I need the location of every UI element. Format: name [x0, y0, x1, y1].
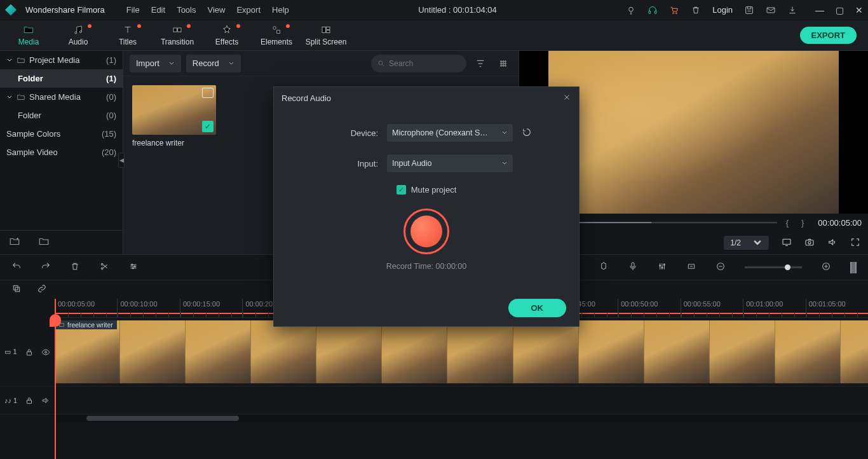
track-head[interactable]: ▭ 1 [0, 318, 55, 386]
adjust-icon[interactable] [128, 261, 139, 273]
mute-project-checkbox[interactable]: ✓ Mute project [397, 185, 457, 195]
tab-audio[interactable]: Audio [53, 20, 103, 51]
svg-point-22 [505, 63, 506, 64]
sidebar-item-folder-2[interactable]: Folder(0) [0, 106, 123, 125]
sidebar-item-project-media[interactable]: Project Media(1) [0, 51, 123, 69]
svg-point-45 [44, 351, 46, 353]
svg-rect-15 [327, 31, 330, 33]
record-dropdown[interactable]: Record [186, 55, 241, 72]
sidebar-label: Project Media [29, 55, 79, 65]
close-button[interactable]: ✕ [855, 5, 863, 15]
mail-icon[interactable] [766, 5, 776, 15]
redo-icon[interactable] [41, 261, 51, 273]
delete-icon[interactable] [70, 261, 80, 273]
fullscreen-icon[interactable] [850, 237, 860, 249]
tab-elements[interactable]: Elements [252, 20, 301, 51]
menu-edit[interactable]: Edit [151, 5, 165, 15]
clip-label: freelance writer [132, 139, 216, 147]
app-name: Wondershare Filmora [25, 5, 105, 15]
tab-titles[interactable]: Titles [103, 20, 153, 51]
eye-icon[interactable] [41, 348, 50, 357]
new-folder-icon[interactable] [9, 236, 20, 249]
minimize-button[interactable]: — [815, 5, 824, 15]
ok-button[interactable]: OK [508, 299, 567, 317]
copy-tracks-icon[interactable] [11, 284, 22, 296]
tab-split-screen[interactable]: Split Screen [301, 20, 351, 51]
media-sidebar: Project Media(1) Folder(1) Shared Media(… [0, 51, 123, 254]
zoom-select[interactable]: 1/2 [724, 236, 769, 250]
maximize-button[interactable]: ▢ [836, 5, 844, 15]
cart-icon[interactable] [669, 5, 679, 15]
input-select[interactable]: Input Audio [387, 154, 513, 172]
tab-media[interactable]: Media [4, 20, 53, 51]
svg-point-24 [503, 65, 504, 66]
record-button[interactable] [403, 209, 449, 254]
tab-transition[interactable]: Transition [153, 20, 202, 51]
login-link[interactable]: Login [712, 5, 733, 15]
zoom-out-icon[interactable] [715, 261, 726, 273]
filter-icon[interactable] [471, 55, 489, 72]
playhead[interactable] [55, 299, 56, 459]
track-body[interactable] [55, 387, 868, 414]
sidebar-item-shared-media[interactable]: Shared Media(0) [0, 88, 123, 106]
grid-view-icon[interactable] [494, 55, 512, 72]
mark-out-icon[interactable]: } [797, 218, 808, 228]
track-body[interactable]: freelance writer [55, 318, 868, 386]
menu-tools[interactable]: Tools [177, 5, 196, 15]
zoom-fit-icon[interactable] [850, 262, 857, 273]
menu-view[interactable]: View [207, 5, 225, 15]
media-clip[interactable]: ✓ freelance writer [132, 85, 216, 147]
svg-point-20 [501, 63, 502, 64]
lock-icon[interactable] [25, 348, 34, 357]
device-label: Device: [321, 128, 378, 138]
preview-video[interactable] [548, 51, 839, 214]
undo-icon[interactable] [11, 261, 22, 273]
marker-icon[interactable] [599, 261, 609, 273]
link-icon[interactable] [37, 284, 47, 296]
track-head[interactable]: ♪♪ 1 [0, 387, 55, 414]
tab-effects[interactable]: Effects [202, 20, 252, 51]
keyframe-icon[interactable] [686, 261, 696, 273]
svg-point-25 [505, 65, 506, 66]
device-select[interactable]: Microphone (Conexant SmartAu [387, 124, 513, 142]
display-icon[interactable] [782, 237, 792, 249]
lock-icon[interactable] [25, 396, 34, 405]
trash-icon[interactable] [691, 5, 701, 15]
menu-help[interactable]: Help [272, 5, 289, 15]
headphones-icon[interactable] [648, 5, 658, 15]
speaker-icon[interactable] [41, 396, 50, 405]
document-title: Untitled : 00:01:04:04 [298, 5, 617, 15]
chevron-down-icon [501, 130, 508, 136]
sidebar-item-folder[interactable]: Folder(1) [0, 69, 123, 88]
sidebar-item-sample-colors[interactable]: Sample Colors(15) [0, 125, 123, 143]
audio-mixer-icon[interactable] [657, 261, 667, 273]
import-dropdown[interactable]: Import [130, 55, 181, 72]
lightbulb-icon[interactable] [626, 5, 636, 15]
volume-icon[interactable] [827, 237, 837, 249]
mark-in-icon[interactable]: { [782, 218, 792, 228]
save-icon[interactable] [744, 5, 754, 15]
zoom-slider[interactable] [745, 266, 802, 268]
video-clip[interactable]: freelance writer [55, 320, 868, 383]
zoom-in-icon[interactable] [821, 261, 831, 273]
clip-thumbnail: ✓ [132, 85, 216, 135]
split-icon[interactable] [99, 261, 109, 273]
svg-point-16 [379, 60, 383, 64]
reset-device-icon[interactable] [522, 127, 532, 139]
badge-dot-icon [187, 24, 191, 28]
download-icon[interactable] [787, 5, 797, 15]
folder-icon[interactable] [38, 236, 50, 249]
export-button[interactable]: EXPORT [800, 27, 857, 44]
collapse-handle[interactable]: ◀ [118, 153, 125, 168]
search-box[interactable] [371, 55, 466, 72]
microphone-icon[interactable] [628, 261, 638, 273]
svg-point-7 [75, 32, 77, 34]
close-icon[interactable] [562, 93, 571, 104]
svg-point-8 [79, 31, 81, 33]
snapshot-icon[interactable] [804, 237, 815, 249]
timeline-scrollbar[interactable] [55, 414, 868, 422]
menu-file[interactable]: File [126, 5, 140, 15]
search-input[interactable] [389, 59, 460, 68]
menu-export[interactable]: Export [236, 5, 261, 15]
sidebar-item-sample-video[interactable]: Sample Video(20) [0, 143, 123, 161]
